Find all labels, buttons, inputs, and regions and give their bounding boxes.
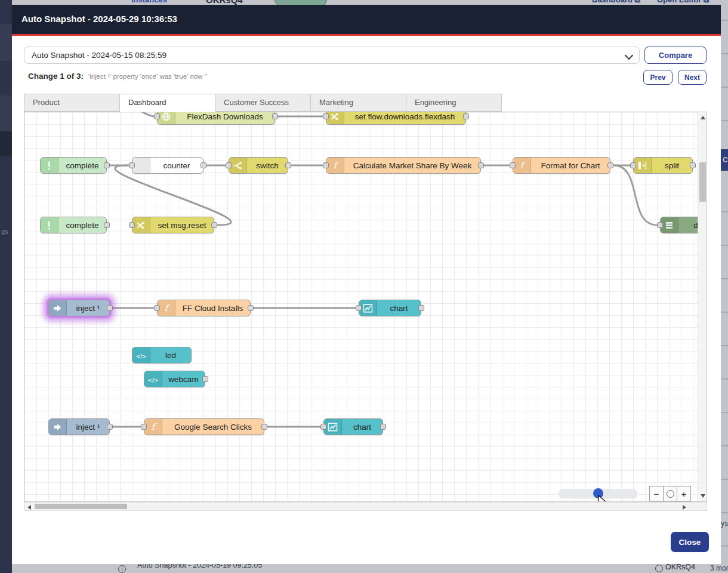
scroll-right-arrow[interactable] [683, 505, 686, 510]
node-label: chart [342, 419, 382, 435]
node-chart2[interactable]: chart [323, 418, 383, 435]
snapshot-dialog: Auto Snapshot - 2024-05-29 10:36:53 Auto… [12, 5, 721, 564]
switch-icon [229, 158, 247, 173]
node-label: inject ¹ [67, 419, 109, 435]
snapshot-select[interactable]: Auto Snapshot - 2024-05-15 08:25:59 [24, 47, 640, 64]
compare-button[interactable]: Compare [644, 47, 707, 64]
node-label: Format for Chart [531, 158, 610, 173]
output-port [104, 222, 110, 228]
chart-line-icon [359, 300, 377, 316]
node-webcam[interactable]: </>webcam [144, 371, 205, 387]
tab-product[interactable]: Product [24, 94, 120, 112]
node-label: chart [377, 300, 421, 316]
zoom-out-button[interactable]: − [649, 486, 664, 501]
exclamation-icon [41, 217, 58, 233]
output-port [211, 222, 217, 228]
node-split1[interactable]: split [633, 157, 693, 174]
mouse-cursor [598, 495, 607, 502]
wire-setreset-to-counter [115, 165, 232, 225]
prev-button[interactable]: Prev [643, 70, 673, 85]
svg-text:</>: </> [136, 353, 146, 359]
tab-dashboard[interactable]: Dashboard [119, 94, 215, 112]
node-label: Calculate Market Share By Week [344, 158, 480, 173]
scroll-up-arrow[interactable] [701, 116, 705, 119]
scroll-left-arrow[interactable] [27, 505, 31, 510]
change-status: Change 1 of 3:'inject ¹' property 'once'… [28, 72, 207, 81]
output-port [463, 113, 469, 119]
node-google[interactable]: fGoogle Search Clicks [144, 418, 264, 435]
tab-bar: ProductDashboardCustomer SuccessMarketin… [24, 94, 502, 112]
tab-marketing[interactable]: Marketing [310, 94, 406, 112]
input-port [323, 113, 329, 119]
node-inject2[interactable]: inject ¹ [48, 418, 110, 435]
output-port [607, 162, 613, 168]
change-detail: 'inject ¹' property 'once' was 'true' no… [88, 73, 207, 80]
output-port [272, 113, 278, 119]
node-switch1[interactable]: switch [229, 157, 288, 174]
node-setreset[interactable]: set msg.reset [132, 217, 214, 233]
snapshot-select-value: Auto Snapshot - 2024-05-15 08:25:59 [32, 51, 166, 60]
node-inject1[interactable]: inject ¹ [48, 300, 110, 316]
input-port [630, 162, 636, 168]
node-complete1[interactable]: complete [40, 157, 107, 174]
chevron-down-icon [625, 51, 633, 60]
output-port [104, 162, 110, 168]
zoom-reset-button[interactable] [663, 486, 677, 501]
node-chart1[interactable]: chart [359, 300, 421, 316]
flow-canvas[interactable]: − + FlexDash Downloadsset flow.downloads… [24, 112, 707, 502]
tab-engineering[interactable]: Engineering [406, 94, 502, 112]
output-port [418, 305, 424, 311]
zoom-in-button[interactable]: + [677, 486, 691, 501]
output-port [200, 162, 206, 168]
next-button[interactable]: Next [678, 70, 707, 85]
svg-text:</>: </> [148, 377, 158, 383]
vertical-scrollbar[interactable] [698, 112, 707, 501]
code-icon: </> [144, 371, 162, 387]
wire-stub-0 [129, 112, 154, 116]
none-icon [132, 158, 150, 173]
output-port [380, 424, 386, 430]
node-label: webcam [162, 371, 205, 387]
chart-line-icon [324, 419, 342, 435]
node-label: split [652, 158, 692, 173]
node-format[interactable]: fFormat for Chart [513, 157, 610, 174]
vertical-scroll-thumb[interactable] [699, 162, 706, 202]
input-port [356, 305, 362, 311]
inject-arrow-icon [49, 419, 67, 435]
output-port [107, 305, 113, 311]
node-flexdash[interactable]: FlexDash Downloads [157, 112, 275, 125]
change-icon [326, 112, 344, 124]
node-label: set flow.downloads.flexdash [344, 112, 465, 124]
node-led[interactable]: </>led [132, 347, 192, 363]
svg-text:f: f [334, 161, 339, 170]
close-button[interactable]: Close [671, 532, 709, 552]
node-label: switch [247, 158, 288, 173]
horizontal-scroll-thumb[interactable] [35, 504, 127, 509]
change-counter: Change 1 of 3: [28, 72, 84, 81]
input-port [657, 222, 663, 228]
node-label: complete [58, 217, 106, 233]
node-complete2[interactable]: complete [40, 217, 107, 233]
output-port [285, 162, 291, 168]
node-setflow[interactable]: set flow.downloads.flexdash [326, 112, 466, 125]
node-calc[interactable]: fCalculate Market Share By Week [326, 157, 481, 174]
function-icon: f [513, 158, 531, 173]
debug-list-icon [661, 217, 678, 233]
tab-customer-success[interactable]: Customer Success [215, 94, 311, 112]
dialog-title: Auto Snapshot - 2024-05-29 10:36:53 [21, 14, 177, 24]
function-icon: f [326, 158, 344, 173]
scroll-down-arrow[interactable] [701, 494, 705, 498]
zoom-reset-icon [667, 490, 674, 498]
node-counter[interactable]: counter [132, 157, 203, 174]
horizontal-scrollbar[interactable] [24, 502, 707, 511]
split-icon [634, 158, 652, 173]
globe-icon [158, 112, 175, 124]
node-ff[interactable]: fFF Cloud Installs [157, 300, 251, 316]
svg-text:f: f [520, 161, 526, 170]
node-label: led [150, 347, 191, 363]
input-port [154, 305, 160, 311]
node-label: FlexDash Downloads [175, 112, 274, 124]
zoom-controls: − + [649, 486, 691, 501]
node-label: set msg.reset [150, 217, 214, 233]
wire-format-to-debug1 [613, 165, 657, 225]
